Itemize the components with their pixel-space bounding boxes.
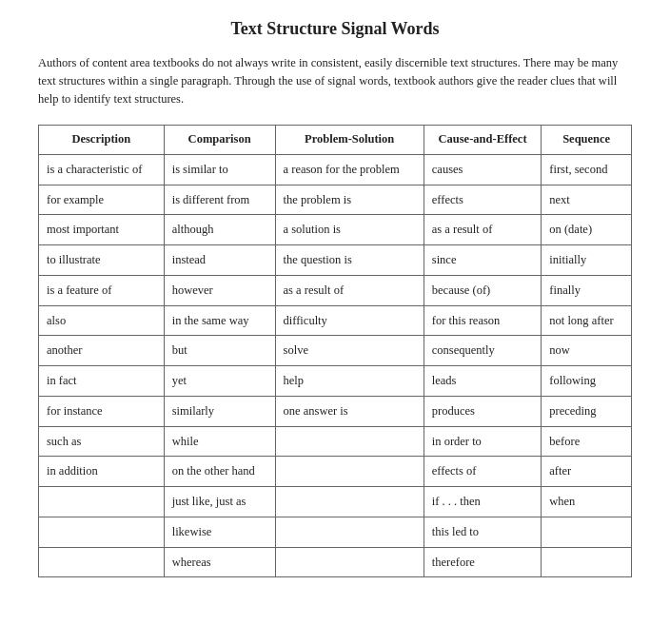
table-cell-r9-c1: while [164,426,275,457]
col-header-0: Description [39,126,165,155]
table-cell-r3-c1: instead [164,245,275,276]
table-cell-r4-c4: finally [542,275,632,305]
table-cell-r0-c4: first, second [542,154,632,185]
table-cell-r12-c4 [542,517,632,547]
table-cell-r0-c0: is a characteristic of [39,154,165,185]
table-row: such aswhilein order tobefore [39,426,632,457]
table-cell-r3-c4: initially [542,245,632,276]
table-cell-r2-c2: a solution is [275,215,424,245]
table-cell-r9-c4: before [542,426,632,457]
intro-text: Authors of content area textbooks do not… [38,54,632,107]
table-cell-r5-c2: difficulty [275,305,424,336]
table-cell-r2-c3: as a result of [424,215,542,245]
table-header-row: DescriptionComparisonProblem-SolutionCau… [39,126,632,155]
table-cell-r8-c2: one answer is [275,396,424,426]
table-row: anotherbutsolveconsequentlynow [39,336,632,366]
table-cell-r8-c4: preceding [542,396,632,426]
table-row: most importantalthougha solution isas a … [39,215,632,245]
table-row: whereastherefore [39,547,632,577]
table-cell-r12-c0 [39,517,165,547]
table-cell-r9-c2 [275,426,424,457]
table-body: is a characteristic ofis similar toa rea… [39,154,632,577]
table-cell-r13-c1: whereas [164,547,275,577]
table-row: for exampleis different fromthe problem … [39,185,632,215]
table-row: in additionon the other handeffects ofaf… [39,457,632,487]
table-cell-r4-c1: however [164,275,275,305]
table-cell-r12-c2 [275,517,424,547]
table-cell-r9-c3: in order to [424,426,542,457]
table-cell-r6-c4: now [542,336,632,366]
table-cell-r0-c2: a reason for the problem [275,154,424,185]
table-cell-r4-c3: because (of) [424,275,542,305]
table-cell-r1-c4: next [542,185,632,215]
table-cell-r5-c4: not long after [542,305,632,336]
table-cell-r7-c1: yet [164,366,275,397]
table-row: to illustrateinsteadthe question issince… [39,245,632,276]
table-cell-r0-c3: causes [424,154,542,185]
table-cell-r2-c4: on (date) [542,215,632,245]
table-cell-r10-c1: on the other hand [164,457,275,487]
table-cell-r3-c2: the question is [275,245,424,276]
table-cell-r5-c1: in the same way [164,305,275,336]
table-cell-r10-c0: in addition [39,457,165,487]
table-cell-r12-c1: likewise [164,517,275,547]
table-row: alsoin the same waydifficultyfor this re… [39,305,632,336]
table-cell-r9-c0: such as [39,426,165,457]
table-cell-r13-c3: therefore [424,547,542,577]
table-cell-r4-c2: as a result of [275,275,424,305]
table-cell-r0-c1: is similar to [164,154,275,185]
table-cell-r11-c0 [39,487,165,517]
table-cell-r2-c0: most important [39,215,165,245]
table-cell-r10-c4: after [542,457,632,487]
col-header-4: Sequence [542,126,632,155]
table-cell-r6-c1: but [164,336,275,366]
table-cell-r7-c2: help [275,366,424,397]
table-cell-r3-c0: to illustrate [39,245,165,276]
table-cell-r11-c2 [275,487,424,517]
table-cell-r5-c3: for this reason [424,305,542,336]
table-row: likewisethis led to [39,517,632,547]
table-cell-r1-c3: effects [424,185,542,215]
table-cell-r8-c3: produces [424,396,542,426]
table-cell-r11-c4: when [542,487,632,517]
table-cell-r1-c0: for example [39,185,165,215]
table-cell-r2-c1: although [164,215,275,245]
table-cell-r5-c0: also [39,305,165,336]
table-cell-r6-c3: consequently [424,336,542,366]
table-cell-r11-c3: if . . . then [424,487,542,517]
table-cell-r10-c3: effects of [424,457,542,487]
table-cell-r12-c3: this led to [424,517,542,547]
col-header-1: Comparison [164,126,275,155]
table-cell-r7-c3: leads [424,366,542,397]
table-cell-r10-c2 [275,457,424,487]
table-cell-r13-c2 [275,547,424,577]
table-cell-r13-c0 [39,547,165,577]
table-cell-r8-c0: for instance [39,396,165,426]
col-header-3: Cause-and-Effect [424,126,542,155]
col-header-2: Problem-Solution [275,126,424,155]
table-cell-r4-c0: is a feature of [39,275,165,305]
table-cell-r13-c4 [542,547,632,577]
table-cell-r8-c1: similarly [164,396,275,426]
table-cell-r1-c2: the problem is [275,185,424,215]
table-cell-r1-c1: is different from [164,185,275,215]
table-row: is a characteristic ofis similar toa rea… [39,154,632,185]
table-row: in factyethelpleadsfollowing [39,366,632,397]
table-cell-r11-c1: just like, just as [164,487,275,517]
page-title: Text Structure Signal Words [38,19,632,39]
table-cell-r3-c3: since [424,245,542,276]
table-row: is a feature ofhoweveras a result ofbeca… [39,275,632,305]
table-row: just like, just asif . . . thenwhen [39,487,632,517]
table-cell-r6-c2: solve [275,336,424,366]
table-cell-r7-c4: following [542,366,632,397]
table-cell-r7-c0: in fact [39,366,165,397]
signal-words-table: DescriptionComparisonProblem-SolutionCau… [38,125,632,577]
table-cell-r6-c0: another [39,336,165,366]
table-row: for instancesimilarlyone answer isproduc… [39,396,632,426]
